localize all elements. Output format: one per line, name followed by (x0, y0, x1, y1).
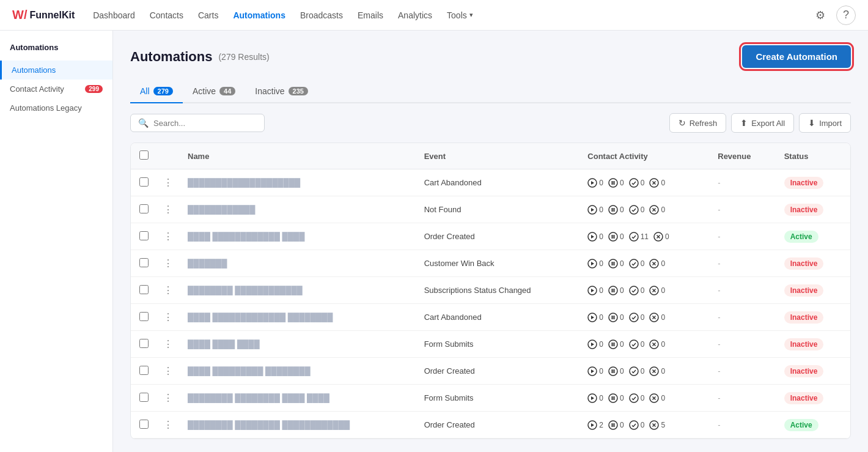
row-status-cell: Active (776, 412, 850, 439)
row-activity-cell: 0 0 0 (579, 358, 709, 385)
row-revenue-cell: - (709, 169, 775, 196)
sidebar-item-automations-legacy[interactable]: Automations Legacy (0, 98, 112, 117)
row-status-cell: Inactive (776, 385, 850, 412)
check-circle-icon (629, 313, 639, 322)
activity-play: 0 (587, 339, 603, 349)
tab-all[interactable]: All 279 (130, 80, 183, 103)
check-circle-icon (629, 366, 639, 376)
select-all-checkbox[interactable] (139, 150, 149, 160)
nav-links: Dashboard Contacts Carts Automations Bro… (93, 10, 811, 20)
automation-name[interactable]: ████████████████████ (188, 178, 300, 187)
nav-link-carts[interactable]: Carts (198, 10, 218, 20)
nav-link-analytics[interactable]: Analytics (398, 10, 432, 20)
status-badge: Inactive (784, 392, 824, 404)
help-icon-button[interactable]: ? (836, 6, 856, 25)
automation-name[interactable]: ████████████ (188, 205, 256, 214)
tab-active[interactable]: Active 44 (183, 80, 245, 103)
row-event-cell: Order Created (416, 223, 579, 250)
automation-name[interactable]: ███████ (188, 259, 227, 268)
row-activity-cell: 0 0 0 (579, 196, 709, 223)
status-badge: Inactive (784, 204, 824, 216)
row-checkbox-cell (131, 412, 157, 439)
row-checkbox[interactable] (139, 393, 149, 402)
automation-name[interactable]: ████ █████████████ ████████ (188, 313, 333, 322)
automation-name[interactable]: ████████ ████████ ████████████ (188, 420, 350, 429)
row-checkbox-cell (131, 169, 157, 196)
row-status-cell: Inactive (776, 358, 850, 385)
activity-check: 0 (629, 393, 645, 403)
create-automation-button[interactable]: Create Automation (742, 45, 851, 68)
nav-link-automations[interactable]: Automations (233, 10, 285, 20)
automation-name[interactable]: ████ ████████████ ████ (188, 232, 304, 241)
row-more-button[interactable]: ⋮ (161, 283, 175, 297)
automation-name[interactable]: ████ █████████ ████████ (188, 366, 311, 376)
svg-rect-48 (612, 316, 613, 319)
settings-icon-button[interactable]: ⚙ (811, 6, 830, 25)
import-button[interactable]: ⬇ Import (799, 113, 851, 133)
nav-link-tools[interactable]: Tools ▾ (447, 10, 473, 20)
row-activity-cell: 0 0 0 (579, 169, 709, 196)
activity-check: 0 (629, 205, 645, 215)
row-checkbox[interactable] (139, 285, 149, 294)
nav-link-emails[interactable]: Emails (358, 10, 383, 20)
refresh-button[interactable]: ↻ Refresh (669, 113, 727, 133)
activity-pause: 0 (608, 366, 624, 376)
automation-name[interactable]: ████████ ████████████ (188, 286, 303, 295)
nav-link-contacts[interactable]: Contacts (150, 10, 183, 20)
row-activity-cell: 0 0 0 (579, 250, 709, 277)
automation-name[interactable]: ████ ████ ████ (188, 339, 260, 349)
row-checkbox[interactable] (139, 366, 149, 375)
nav-link-dashboard[interactable]: Dashboard (93, 10, 135, 20)
table-row: ⋮ ████████ ████████ ████████████ Order C… (131, 412, 850, 439)
row-checkbox[interactable] (139, 204, 149, 213)
search-input[interactable] (153, 119, 257, 128)
row-more-cell: ⋮ (157, 385, 179, 412)
activity-pause: 0 (608, 232, 624, 242)
sidebar-item-contact-activity[interactable]: Contact Activity 299 (0, 80, 112, 98)
activity-icons: 0 0 0 (587, 393, 701, 403)
row-checkbox[interactable] (139, 420, 149, 429)
svg-rect-31 (614, 262, 615, 265)
row-more-button[interactable]: ⋮ (161, 337, 175, 351)
tab-active-badge: 44 (219, 87, 235, 95)
export-all-button[interactable]: ⬆ Export All (731, 113, 794, 133)
table-header-row: Name Event Contact Activity Revenue Stat… (131, 143, 850, 169)
row-checkbox[interactable] (139, 339, 149, 348)
row-activity-cell: 0 0 0 (579, 331, 709, 358)
activity-pause: 0 (608, 393, 624, 403)
logo[interactable]: W/ FunnelKit (12, 8, 75, 22)
row-more-button[interactable]: ⋮ (161, 418, 175, 432)
svg-rect-12 (612, 208, 613, 212)
tab-inactive[interactable]: Inactive 235 (245, 80, 318, 103)
sidebar-item-automations[interactable]: Automations (0, 61, 112, 80)
row-activity-cell: 0 0 0 (579, 277, 709, 304)
row-event-cell: Not Found (416, 196, 579, 223)
row-checkbox[interactable] (139, 312, 149, 321)
row-checkbox[interactable] (139, 177, 149, 187)
row-checkbox[interactable] (139, 258, 149, 267)
status-badge: Inactive (784, 177, 824, 189)
row-more-button[interactable]: ⋮ (161, 391, 175, 405)
row-more-button[interactable]: ⋮ (161, 310, 175, 324)
svg-point-29 (609, 259, 617, 268)
svg-point-2 (609, 179, 617, 187)
row-more-button[interactable]: ⋮ (161, 364, 175, 378)
row-more-button[interactable]: ⋮ (161, 229, 175, 243)
svg-marker-46 (591, 316, 594, 319)
play-circle-icon (587, 313, 597, 322)
search-box[interactable]: 🔍 (130, 114, 265, 132)
row-more-button[interactable]: ⋮ (161, 256, 175, 270)
row-more-button[interactable]: ⋮ (161, 176, 175, 190)
row-more-button[interactable]: ⋮ (161, 202, 175, 217)
activity-icons: 0 0 0 (587, 178, 701, 188)
nav-right-icons: ⚙ ? (811, 6, 856, 25)
svg-point-77 (630, 394, 638, 402)
svg-point-20 (609, 232, 617, 241)
table-row: ⋮ ████████████ Not Found 0 (131, 196, 850, 223)
col-contact-activity: Contact Activity (579, 143, 709, 169)
row-checkbox-cell (131, 250, 157, 277)
sidebar: Automations Automations Contact Activity… (0, 31, 113, 452)
row-checkbox[interactable] (139, 231, 149, 240)
nav-link-broadcasts[interactable]: Broadcasts (300, 10, 343, 20)
automation-name[interactable]: ████████ ████████ ████ ████ (188, 393, 329, 402)
